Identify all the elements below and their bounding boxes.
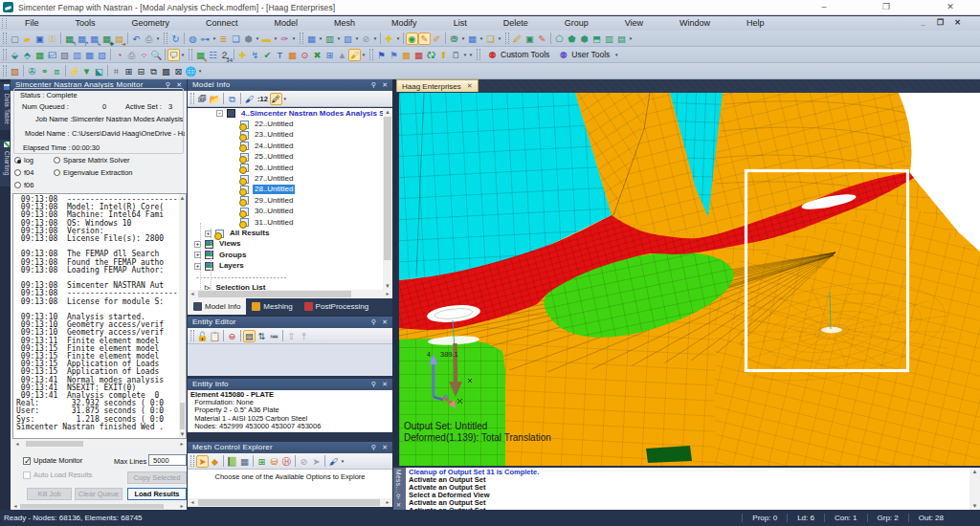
toolbar-grip[interactable]: [505, 33, 509, 44]
tree-item[interactable]: 24..Untitled: [240, 141, 295, 151]
radio-f04[interactable]: f04: [14, 168, 33, 177]
no-explore-icon[interactable]: ⊘: [298, 455, 310, 468]
paste-icon[interactable]: 📋: [209, 330, 221, 342]
list-output-icon[interactable]: ≣: [217, 33, 230, 45]
toolbar-grip[interactable]: [190, 93, 194, 104]
tree-item-label[interactable]: 4..Simcenter Nastran Modes Analysis Set: [239, 109, 383, 119]
solid-h-icon[interactable]: ▤: [615, 33, 628, 45]
mesh-person-icon[interactable]: ☷: [207, 49, 219, 61]
solid-cube-icon[interactable]: ⬢: [242, 33, 255, 45]
auto-load-checkbox[interactable]: Auto Load Results: [23, 471, 92, 479]
mesh-control-hscrollbar[interactable]: ◂▸: [188, 498, 392, 507]
load-model-icon[interactable]: 📂: [209, 93, 221, 105]
flag2-icon[interactable]: ⚑: [388, 49, 400, 61]
toolbar-grip[interactable]: [164, 33, 167, 44]
tree-item-label[interactable]: 29..Untitled: [253, 196, 295, 206]
dropdown-arrow-icon[interactable]: ▼: [291, 33, 297, 45]
kill-job-button[interactable]: Kill Job: [27, 488, 72, 500]
dropdown-arrow-icon[interactable]: ▼: [361, 49, 367, 61]
tree-item-label[interactable]: 31..Untitled: [253, 218, 295, 228]
add-node-icon[interactable]: ✚: [236, 49, 249, 61]
viewport-tab-haag[interactable]: Haag Enterprises✕: [396, 79, 479, 92]
dropdown-arrow-icon[interactable]: ▼: [155, 33, 161, 45]
tree-hscrollbar[interactable]: ◂▸: [188, 290, 392, 298]
prop-balls-icon[interactable]: ⚭: [38, 65, 51, 77]
push-top-icon[interactable]: ⤒: [298, 330, 310, 342]
mesh-x-icon[interactable]: ⌗: [110, 65, 122, 77]
dropdown-arrow-icon[interactable]: ▼: [497, 33, 502, 45]
tree-item[interactable]: 31..Untitled: [240, 217, 295, 228]
grid-plus-icon[interactable]: ⊞: [323, 49, 336, 61]
pointer-icon[interactable]: ➤: [310, 455, 323, 468]
copy-selected-button[interactable]: Copy Selected: [127, 471, 187, 484]
tree-item-label[interactable]: Views: [217, 239, 243, 249]
menu-file[interactable]: File: [7, 18, 57, 28]
user-tools-button[interactable]: ⚉User Tools: [553, 48, 613, 62]
mesh-dark-icon[interactable]: ▩: [160, 65, 172, 77]
mesh-copy-icon[interactable]: ⧉: [147, 65, 160, 77]
tree-item[interactable]: -4..Simcenter Nastran Modes Analysis Set: [216, 108, 383, 119]
import-model-icon[interactable]: ▦✚: [100, 33, 113, 45]
tree-item[interactable]: 28..Untitled: [240, 185, 295, 195]
tree-item-label[interactable]: 26..Untitled: [253, 164, 295, 173]
tree-item-label[interactable]: 30..Untitled: [253, 207, 295, 216]
fill-color-icon[interactable]: 🖌: [243, 93, 256, 105]
add-icon[interactable]: ✚: [383, 33, 395, 45]
reset-icon[interactable]: ⊖: [226, 330, 238, 342]
erase-icon[interactable]: ✐: [431, 33, 443, 45]
radio-eigenvalue[interactable]: Eigenvalue Extraction: [54, 168, 133, 177]
log-vscrollbar[interactable]: ▲▼: [179, 194, 186, 438]
menu-mesh[interactable]: Mesh: [316, 18, 373, 28]
toolbar-grip[interactable]: [369, 49, 373, 60]
highlight-icon[interactable]: 🖌: [327, 455, 340, 468]
select-grid-icon[interactable]: ▧: [342, 33, 354, 45]
explore-arrow-icon[interactable]: ➤: [196, 455, 209, 468]
pin-icon[interactable]: ⚲: [371, 81, 378, 88]
tree-item[interactable]: 26..Untitled: [240, 163, 295, 173]
bolt-icon[interactable]: ⚡: [68, 65, 80, 77]
prop-shapes-icon[interactable]: ✇: [26, 65, 38, 77]
tree-item-label[interactable]: Layers: [217, 261, 246, 271]
restore-button[interactable]: ❐: [872, 0, 901, 14]
keys-icon[interactable]: ⚿: [46, 33, 58, 45]
tree-item-label[interactable]: Selection List: [213, 283, 267, 290]
analysis-log[interactable]: 09:13:08 ----------------------------- 0…: [12, 193, 187, 439]
menu-model[interactable]: Model: [256, 18, 317, 28]
close-panel-icon[interactable]: ✕: [382, 318, 390, 325]
add-size-icon[interactable]: ⊞: [256, 455, 268, 468]
print2-icon[interactable]: ⎙: [125, 49, 138, 61]
dropdown-arrow-icon[interactable]: ▼: [468, 49, 474, 61]
copy-tree-icon[interactable]: ⧉: [226, 93, 238, 105]
measure-icon[interactable]: ▬: [260, 33, 273, 45]
detail-list-icon[interactable]: ≔: [268, 330, 280, 342]
gauge-icon[interactable]: ◔: [113, 49, 125, 61]
load-results-button[interactable]: Load Results: [127, 488, 187, 500]
prop-box-icon[interactable]: ⧈: [51, 65, 63, 77]
chart-icon[interactable]: 🗠: [46, 49, 58, 61]
save-icon[interactable]: ▣: [33, 33, 46, 45]
paint-icon[interactable]: 🖌: [348, 49, 361, 61]
update-monitor-checkbox[interactable]: Update Monitor: [23, 456, 82, 465]
cross-icon[interactable]: ✖: [311, 49, 323, 61]
max-lines-input[interactable]: 5000: [148, 454, 187, 466]
highlight-icon[interactable]: 🖉: [270, 93, 282, 105]
menu-window[interactable]: Window: [661, 18, 728, 28]
tree-vscrollbar[interactable]: ▲▼: [383, 108, 392, 290]
close-panel-icon[interactable]: ✕: [382, 81, 390, 88]
grid-c1-icon[interactable]: ▩: [400, 49, 412, 61]
mdi-minimize-button[interactable]: _: [916, 16, 930, 30]
image-icon[interactable]: ▨: [58, 49, 71, 61]
mesh-pencil-icon[interactable]: ⊠: [172, 65, 185, 77]
tree-item[interactable]: +Views: [194, 239, 243, 250]
orange-grid-icon[interactable]: ▦: [286, 49, 299, 61]
dropdown-arrow-icon[interactable]: ▼: [282, 93, 288, 105]
tree-item-label[interactable]: 24..Untitled: [253, 142, 295, 151]
mesh-edit-icon[interactable]: ▦✎: [194, 49, 207, 61]
tree-item[interactable]: +Groups: [194, 250, 248, 260]
menu-view[interactable]: View: [607, 18, 661, 28]
dropdown-arrow-icon[interactable]: ▼: [180, 49, 186, 61]
geo-box-icon[interactable]: ▣: [523, 33, 536, 45]
close-panel-icon[interactable]: ✕: [382, 381, 390, 387]
select-point-icon[interactable]: ◉: [406, 33, 418, 45]
sort-icon[interactable]: ⇅: [256, 330, 268, 342]
